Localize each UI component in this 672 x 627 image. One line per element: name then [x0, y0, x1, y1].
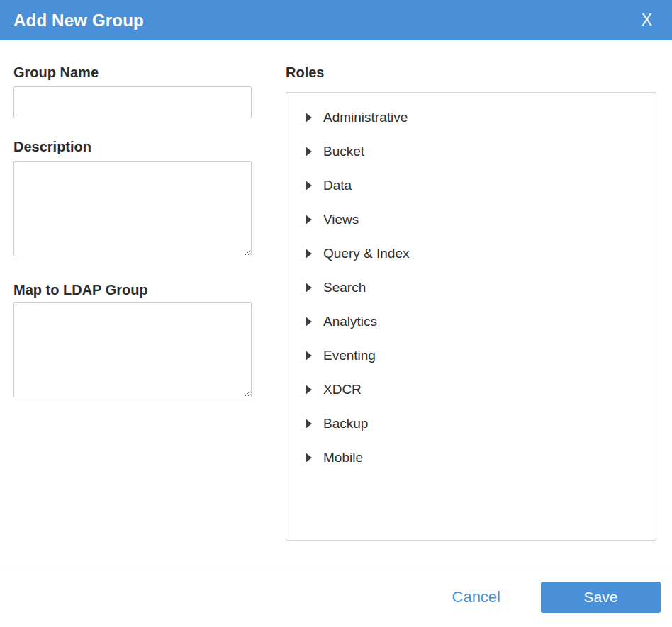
roles-column: Roles Administrative Bucket Data [286, 65, 656, 567]
caret-right-icon[interactable] [306, 317, 312, 327]
roles-panel: Administrative Bucket Data Views [286, 92, 656, 541]
group-name-label: Group Name [13, 65, 252, 79]
add-new-group-modal: Add New Group X Group Name Description M… [0, 0, 672, 627]
role-item-backup[interactable]: Backup [286, 407, 656, 441]
role-item-analytics[interactable]: Analytics [286, 305, 656, 339]
role-item-bucket[interactable]: Bucket [286, 135, 656, 169]
caret-right-icon[interactable] [306, 283, 312, 293]
group-name-input[interactable] [13, 86, 252, 118]
modal-footer: Cancel Save [0, 567, 672, 627]
caret-right-icon[interactable] [306, 147, 312, 157]
role-item-data[interactable]: Data [286, 169, 656, 203]
caret-right-icon[interactable] [306, 113, 312, 123]
roles-list: Administrative Bucket Data Views [286, 101, 656, 475]
role-item-search[interactable]: Search [286, 271, 656, 305]
ldap-group-textarea[interactable] [13, 302, 252, 397]
role-item-administrative[interactable]: Administrative [286, 101, 656, 135]
caret-right-icon[interactable] [306, 385, 312, 395]
role-item-label: Backup [323, 416, 368, 431]
close-icon[interactable]: X [637, 9, 656, 31]
roles-label: Roles [286, 65, 656, 79]
caret-right-icon[interactable] [306, 419, 312, 429]
modal-body: Group Name Description Map to LDAP Group… [0, 40, 672, 567]
role-item-query-index[interactable]: Query & Index [286, 237, 656, 271]
save-button[interactable]: Save [541, 582, 661, 613]
caret-right-icon[interactable] [306, 181, 312, 191]
caret-right-icon[interactable] [306, 249, 312, 259]
role-item-label: XDCR [323, 382, 362, 397]
caret-right-icon[interactable] [306, 215, 312, 225]
modal-header: Add New Group X [0, 0, 672, 40]
caret-right-icon[interactable] [306, 453, 312, 463]
description-textarea[interactable] [13, 161, 252, 256]
role-item-label: Views [323, 212, 359, 227]
role-item-label: Bucket [323, 144, 364, 159]
role-item-label: Data [323, 178, 352, 193]
caret-right-icon[interactable] [306, 351, 312, 361]
role-item-mobile[interactable]: Mobile [286, 441, 656, 475]
form-column: Group Name Description Map to LDAP Group [13, 65, 252, 567]
role-item-label: Eventing [323, 348, 376, 363]
role-item-eventing[interactable]: Eventing [286, 339, 656, 373]
role-item-views[interactable]: Views [286, 203, 656, 237]
role-item-label: Mobile [323, 450, 363, 465]
description-label: Description [13, 140, 252, 154]
role-item-xdcr[interactable]: XDCR [286, 373, 656, 407]
modal-title: Add New Group [13, 11, 637, 30]
role-item-label: Query & Index [323, 246, 409, 261]
role-item-label: Search [323, 280, 366, 295]
ldap-group-label: Map to LDAP Group [13, 283, 252, 297]
role-item-label: Administrative [323, 110, 408, 125]
role-item-label: Analytics [323, 314, 377, 329]
cancel-button[interactable]: Cancel [452, 588, 500, 606]
